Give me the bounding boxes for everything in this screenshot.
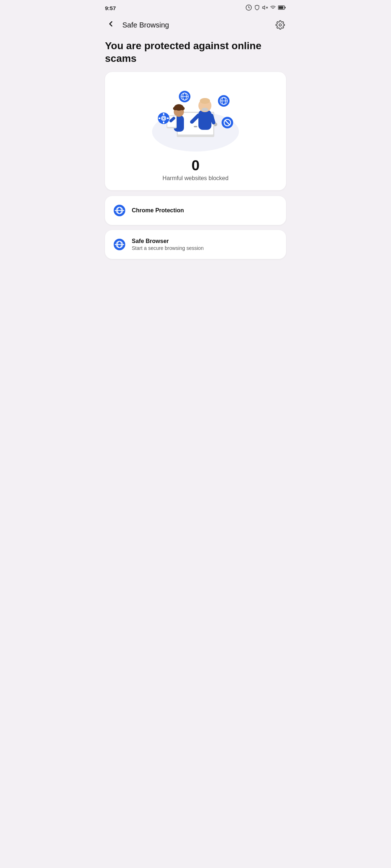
svg-rect-40 [163, 122, 164, 123]
safe-browser-subtitle: Start a secure browsing session [132, 245, 279, 251]
svg-rect-14 [198, 110, 211, 130]
svg-point-16 [200, 98, 210, 104]
svg-rect-6 [285, 7, 286, 8]
illustration [112, 79, 279, 152]
chrome-protection-icon [112, 203, 127, 218]
page-title: Safe Browsing [122, 21, 169, 29]
safe-browser-card[interactable]: Safe Browser Start a secure browsing ses… [105, 230, 286, 259]
settings-button[interactable] [273, 18, 287, 32]
safe-browser-title: Safe Browser [132, 238, 279, 244]
shield-status-icon [254, 5, 260, 12]
svg-point-17 [202, 108, 208, 111]
clock-icon [245, 4, 252, 12]
back-button[interactable] [104, 18, 118, 32]
wifi-icon [270, 5, 276, 12]
chrome-protection-title: Chrome Protection [132, 207, 279, 214]
blocked-count: 0 [112, 157, 279, 174]
blocked-label: Harmful websites blocked [112, 175, 279, 182]
headline: You are protected against online scams [105, 39, 286, 65]
chrome-protection-text: Chrome Protection [132, 207, 279, 214]
chrome-protection-card[interactable]: Chrome Protection [105, 196, 286, 225]
svg-point-13 [194, 126, 197, 127]
svg-point-8 [279, 24, 282, 26]
svg-line-27 [171, 118, 174, 121]
toolbar: Safe Browsing [98, 15, 293, 37]
svg-marker-1 [262, 6, 265, 9]
svg-rect-39 [163, 113, 164, 115]
svg-rect-41 [159, 118, 160, 119]
mute-icon [262, 5, 268, 12]
toolbar-left: Safe Browsing [104, 18, 169, 32]
stats-card: 0 Harmful websites blocked [105, 72, 286, 190]
svg-point-23 [173, 107, 177, 110]
safe-browser-icon [112, 237, 127, 252]
main-content: You are protected against online scams [98, 37, 293, 271]
status-time: 9:57 [105, 5, 116, 11]
svg-rect-7 [279, 7, 283, 9]
gear-icon [276, 20, 285, 30]
svg-line-19 [211, 115, 214, 123]
svg-rect-42 [167, 118, 169, 119]
status-icons [245, 4, 286, 12]
safe-browser-text: Safe Browser Start a secure browsing ses… [132, 238, 279, 251]
svg-point-24 [180, 107, 185, 110]
back-arrow-icon [106, 20, 115, 30]
battery-icon [278, 5, 286, 11]
status-bar: 9:57 [98, 0, 293, 15]
